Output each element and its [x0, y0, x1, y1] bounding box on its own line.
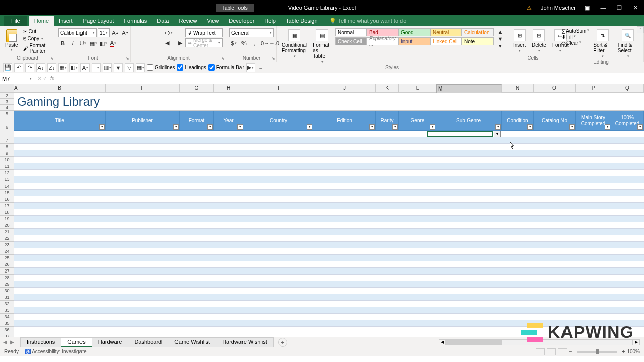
cell-style-note[interactable]: Note: [462, 37, 494, 45]
tab-table-design[interactable]: Table Design: [281, 16, 323, 26]
filter-button-catalog-no[interactable]: ▾: [569, 124, 575, 130]
close-icon[interactable]: ✕: [631, 5, 640, 11]
table-header-country[interactable]: Country▾: [244, 111, 313, 130]
sort-asc-icon[interactable]: A↓: [36, 63, 45, 72]
row-header-18[interactable]: 18: [0, 209, 14, 216]
col-header-I[interactable]: I: [244, 84, 313, 92]
tab-home[interactable]: Home: [29, 16, 54, 26]
cell-style-neutral[interactable]: Neutral: [430, 28, 462, 36]
filter-button-title[interactable]: ▾: [99, 124, 105, 130]
table-row[interactable]: [14, 170, 644, 176]
save-icon[interactable]: 💾: [3, 63, 12, 72]
table-row[interactable]: [14, 261, 644, 268]
table-row[interactable]: [14, 131, 644, 137]
align-top-icon[interactable]: ≡: [134, 28, 143, 37]
table-row[interactable]: [14, 255, 644, 261]
fill-color-button[interactable]: ◧▾: [99, 39, 108, 48]
col-header-Q[interactable]: Q: [611, 84, 644, 92]
row-header-19[interactable]: 19: [0, 216, 14, 222]
table-row[interactable]: [14, 307, 644, 314]
format-painter-button[interactable]: 🖌Format Painter: [22, 42, 52, 54]
col-header-H[interactable]: H: [214, 84, 244, 92]
table-row[interactable]: [14, 150, 644, 157]
col-header-P[interactable]: P: [576, 84, 611, 92]
filter-button-sub-genre[interactable]: ▾: [495, 124, 501, 130]
table-row[interactable]: [14, 222, 644, 229]
hscroll-left-icon[interactable]: ◀: [439, 339, 446, 345]
row-header-23[interactable]: 23: [0, 242, 14, 248]
align-center-icon[interactable]: ≣: [143, 38, 152, 47]
number-dialog-icon[interactable]: ⬊: [272, 56, 275, 61]
table-header-catalog-no[interactable]: Catalog No▾: [534, 111, 576, 130]
zoom-level[interactable]: 100%: [627, 349, 640, 354]
cancel-formula-icon[interactable]: ✕: [37, 75, 42, 82]
data-validation-dropdown-icon[interactable]: ▾: [494, 131, 501, 137]
filter-button-country[interactable]: ▾: [307, 124, 312, 130]
row-header-36[interactable]: 36: [0, 327, 14, 333]
table-row[interactable]: [14, 314, 644, 320]
clipboard-dialog-icon[interactable]: ⬊: [50, 56, 54, 61]
gridlines-checkbox[interactable]: Gridlines: [147, 64, 175, 71]
table-header-title[interactable]: Title▾: [14, 111, 106, 130]
sheet-tab-game-wishlist[interactable]: Game Wishlist: [168, 337, 216, 347]
row-header-10[interactable]: 10: [0, 157, 14, 163]
paste-button[interactable]: Paste ▾: [3, 28, 20, 53]
borders-qat-icon[interactable]: ▦▾: [58, 63, 67, 72]
pivot-icon[interactable]: ▦▾: [136, 63, 145, 72]
cell-style-explanatory[interactable]: Explanatory ...: [367, 37, 398, 45]
filter-button-year[interactable]: ▾: [237, 124, 243, 130]
table-row[interactable]: [14, 203, 644, 209]
table-row[interactable]: [14, 137, 644, 144]
orientation-icon[interactable]: ⭯▾: [164, 28, 173, 37]
select-all-corner[interactable]: [0, 84, 14, 92]
table-row[interactable]: [14, 268, 644, 275]
table-header-year[interactable]: Year▾: [214, 111, 244, 130]
col-header-N[interactable]: N: [502, 84, 534, 92]
align-middle-icon[interactable]: ≡: [143, 28, 152, 37]
tab-view[interactable]: View: [202, 16, 224, 26]
font-color-button[interactable]: A▾: [109, 39, 118, 48]
table-row[interactable]: [14, 281, 644, 288]
redo-icon[interactable]: ↷: [25, 63, 34, 72]
table-row[interactable]: [14, 242, 644, 248]
merge-center-button[interactable]: ⬌Merge & Center▾: [185, 38, 223, 47]
row-header-33[interactable]: 33: [0, 307, 14, 314]
row-header-9[interactable]: 9: [0, 150, 14, 157]
filter-button-condition[interactable]: ▾: [527, 124, 533, 130]
col-header-F[interactable]: F: [106, 84, 180, 92]
row-header-5[interactable]: 5: [0, 111, 14, 117]
row-header-28[interactable]: 28: [0, 275, 14, 281]
sort-desc-icon[interactable]: Z↓: [47, 63, 56, 72]
table-header-genre[interactable]: Genre▾: [399, 111, 436, 130]
active-cell[interactable]: [427, 131, 493, 137]
table-row[interactable]: [14, 196, 644, 203]
undo-icon[interactable]: ↶: [14, 63, 23, 72]
align-qat-icon[interactable]: ≡▾: [92, 63, 101, 72]
decrease-font-icon[interactable]: A▼: [121, 28, 130, 37]
tab-formulas[interactable]: Formulas: [119, 16, 152, 26]
row-header-6[interactable]: 6: [0, 117, 14, 137]
font-name-select[interactable]: Calibri Light▾: [58, 28, 97, 37]
ribbon-options-icon[interactable]: ▣: [583, 5, 592, 11]
macros-icon[interactable]: ▶▾: [246, 63, 255, 72]
borders-button[interactable]: ▦▾: [89, 39, 98, 48]
restore-icon[interactable]: ❐: [615, 5, 624, 11]
styles-more-icon[interactable]: ▾: [496, 42, 505, 50]
table-row[interactable]: [14, 144, 644, 150]
table-row[interactable]: [14, 183, 644, 190]
table-row[interactable]: [14, 301, 644, 307]
cell-style-calculation[interactable]: Calculation: [462, 28, 494, 36]
table-header-main-story-completed[interactable]: Main Story Completed▾: [576, 111, 611, 130]
table-row[interactable]: [14, 320, 644, 327]
font-dialog-icon[interactable]: ⬊: [126, 56, 129, 61]
table-row[interactable]: [14, 235, 644, 242]
row-header-2[interactable]: 2: [0, 93, 14, 99]
row-header-37[interactable]: 37: [0, 333, 14, 337]
wrap-text-button[interactable]: ↲Wrap Text: [185, 28, 223, 37]
filter-button------completed[interactable]: ▾: [637, 124, 643, 130]
formulabar-checkbox[interactable]: Formula Bar: [208, 64, 244, 71]
col-header-J[interactable]: J: [313, 84, 376, 92]
accounting-format-icon[interactable]: $▾: [229, 39, 238, 48]
filter-button-edition[interactable]: ▾: [369, 124, 375, 130]
cell-style-input[interactable]: Input: [398, 37, 430, 45]
